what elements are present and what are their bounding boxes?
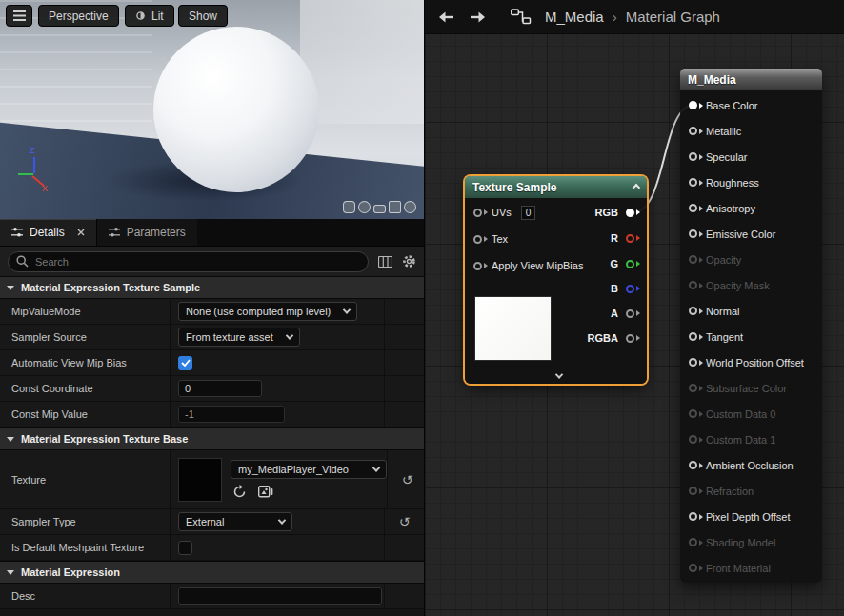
viewport-menu-button[interactable] <box>6 5 32 27</box>
collapse-chevron-icon[interactable] <box>633 183 640 190</box>
pin-icon[interactable] <box>689 307 697 315</box>
section-header-texture-base[interactable]: Material Expression Texture Base <box>0 427 424 450</box>
pin-icon[interactable] <box>689 435 697 444</box>
pin-row-subsurface-color[interactable]: Subsurface Color <box>680 375 822 401</box>
pin-row-opacity-mask[interactable]: Opacity Mask <box>680 272 822 298</box>
const-mip-value-field[interactable] <box>178 406 285 423</box>
input-pin-row-tex[interactable]: Tex <box>473 229 508 248</box>
mipvaluemode-dropdown[interactable]: None (use computed mip level) <box>178 302 357 321</box>
output-pin-row-rgba[interactable]: RGBA <box>588 328 634 348</box>
output-pin-row-g[interactable]: G <box>610 254 634 273</box>
perspective-button[interactable]: Perspective <box>38 5 119 27</box>
sampler-source-dropdown[interactable]: From texture asset <box>178 328 300 347</box>
pin-row-pixel-depth-offset[interactable]: Pixel Depth Offset <box>680 504 822 529</box>
plane-mesh-icon[interactable] <box>373 205 386 213</box>
uvs-value-chip[interactable]: 0 <box>521 206 536 220</box>
pin-icon[interactable] <box>473 262 482 270</box>
graph-button[interactable] <box>511 9 532 25</box>
tab-details[interactable]: Details <box>0 219 96 246</box>
pin-row-emissive-color[interactable]: Emissive Color <box>680 221 822 247</box>
output-pin-row-a[interactable]: A <box>611 304 634 323</box>
lit-button[interactable]: Lit <box>125 5 174 27</box>
pin-row-base-color[interactable]: Base Color <box>680 92 822 118</box>
pin-icon[interactable] <box>626 209 634 217</box>
meshpaint-checkbox[interactable] <box>178 541 192 555</box>
sampler-type-dropdown[interactable]: External <box>178 512 292 531</box>
pin-icon[interactable] <box>689 538 697 546</box>
auto-view-mip-bias-checkbox[interactable] <box>178 356 192 370</box>
pin-row-normal[interactable]: Normal <box>680 298 822 324</box>
pin-icon[interactable] <box>626 309 634 318</box>
browse-to-asset-button[interactable] <box>258 486 273 498</box>
pin-icon[interactable] <box>689 152 697 161</box>
pin-icon[interactable] <box>689 229 697 238</box>
pin-row-refraction[interactable]: Refraction <box>680 478 822 504</box>
material-graph-canvas[interactable]: M_Media › Material Graph Texture Sample … <box>424 0 844 616</box>
section-header-texture-sample[interactable]: Material Expression Texture Sample <box>0 276 424 299</box>
material-node-header[interactable]: M_Media <box>680 69 822 90</box>
pin-icon[interactable] <box>473 235 482 244</box>
pin-icon[interactable] <box>473 209 482 217</box>
pin-row-custom-data-0[interactable]: Custom Data 0 <box>680 401 822 427</box>
settings-button[interactable] <box>402 254 416 268</box>
breadcrumb-asset[interactable]: M_Media <box>545 9 604 25</box>
pin-row-tangent[interactable]: Tangent <box>680 324 822 349</box>
show-button[interactable]: Show <box>178 5 228 27</box>
cylinder-mesh-icon[interactable] <box>343 201 355 213</box>
pin-icon[interactable] <box>689 384 697 392</box>
pin-icon[interactable] <box>689 127 697 135</box>
reset-icon[interactable]: ↺ <box>399 515 411 528</box>
pin-icon[interactable] <box>689 332 697 341</box>
texture-thumbnail[interactable] <box>178 458 222 502</box>
pin-icon[interactable] <box>689 255 697 264</box>
output-pin-row-b[interactable]: B <box>611 279 634 298</box>
input-pin-row-uvs[interactable]: UVs 0 <box>473 203 535 222</box>
column-options-button[interactable] <box>378 256 392 268</box>
pin-icon[interactable] <box>689 178 697 187</box>
pin-icon[interactable] <box>689 204 697 212</box>
output-pin-row-rgb[interactable]: RGB <box>595 203 634 222</box>
pin-icon[interactable] <box>626 334 634 343</box>
desc-field[interactable] <box>178 587 382 605</box>
pin-row-roughness[interactable]: Roughness <box>680 169 822 195</box>
preview-viewport[interactable]: Perspective Lit Show Z X <box>0 0 424 219</box>
pin-row-shading-model[interactable]: Shading Model <box>680 529 822 555</box>
forward-button[interactable] <box>469 10 486 24</box>
texture-asset-dropdown[interactable]: my_MediaPlayer_Video <box>231 460 387 479</box>
pin-row-custom-data-1[interactable]: Custom Data 1 <box>680 427 822 452</box>
custom-mesh-icon[interactable] <box>404 201 416 213</box>
pin-icon[interactable] <box>689 512 697 521</box>
const-coordinate-field[interactable] <box>178 380 262 397</box>
section-header-material-expression[interactable]: Material Expression <box>0 561 424 584</box>
pin-icon[interactable] <box>626 260 634 268</box>
cube-mesh-icon[interactable] <box>389 201 401 213</box>
pin-row-opacity[interactable]: Opacity <box>680 247 822 272</box>
pin-row-specular[interactable]: Specular <box>680 144 822 169</box>
pin-icon[interactable] <box>689 281 697 289</box>
material-result-node[interactable]: M_Media Base Color Metallic Specular Ro <box>680 69 822 583</box>
pin-row-metallic[interactable]: Metallic <box>680 118 822 144</box>
pin-icon[interactable] <box>689 487 697 495</box>
pin-row-anisotropy[interactable]: Anisotropy <box>680 195 822 221</box>
pin-icon[interactable] <box>626 285 634 293</box>
input-pin-row-apply-view-mipbias[interactable]: Apply View MipBias <box>473 256 583 275</box>
texture-sample-node-header[interactable]: Texture Sample <box>465 176 647 198</box>
search-input[interactable] <box>8 251 369 272</box>
pin-icon[interactable] <box>689 409 697 418</box>
tab-parameters[interactable]: Parameters <box>96 219 197 246</box>
reset-icon[interactable]: ↺ <box>402 473 413 487</box>
pin-icon[interactable] <box>689 564 697 572</box>
pin-row-world-position-offset[interactable]: World Position Offset <box>680 349 822 375</box>
pin-row-ambient-occlusion[interactable]: Ambient Occlusion <box>680 452 822 478</box>
pin-icon[interactable] <box>689 101 697 109</box>
use-selected-asset-button[interactable] <box>232 485 247 499</box>
back-button[interactable] <box>438 10 455 24</box>
pin-icon[interactable] <box>689 461 697 469</box>
pin-icon[interactable] <box>689 358 697 367</box>
output-pin-row-r[interactable]: R <box>611 229 634 248</box>
expand-chevron-icon[interactable] <box>554 370 562 378</box>
close-icon[interactable] <box>77 229 85 236</box>
pin-icon[interactable] <box>626 234 634 243</box>
sphere-mesh-icon[interactable] <box>358 201 371 213</box>
texture-sample-node[interactable]: Texture Sample UVs 0 Tex Apply View MipB… <box>465 176 647 384</box>
